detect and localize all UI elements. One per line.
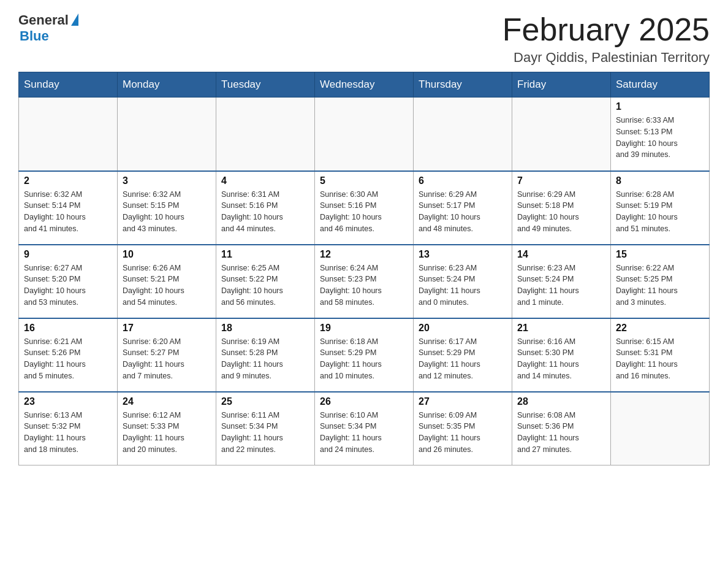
day-number: 21 — [517, 323, 605, 334]
calendar-cell: 2Sunrise: 6:32 AM Sunset: 5:14 PM Daylig… — [19, 171, 118, 245]
day-info: Sunrise: 6:23 AM Sunset: 5:24 PM Dayligh… — [419, 262, 507, 308]
day-number: 20 — [419, 323, 507, 334]
month-title: February 2025 — [502, 12, 710, 47]
col-thursday: Thursday — [414, 72, 512, 98]
day-number: 7 — [517, 175, 605, 186]
day-number: 5 — [320, 175, 408, 186]
calendar-cell: 14Sunrise: 6:23 AM Sunset: 5:24 PM Dayli… — [512, 245, 611, 318]
col-wednesday: Wednesday — [315, 72, 414, 98]
day-info: Sunrise: 6:28 AM Sunset: 5:19 PM Dayligh… — [616, 189, 704, 235]
day-info: Sunrise: 6:10 AM Sunset: 5:34 PM Dayligh… — [320, 410, 408, 456]
day-number: 13 — [419, 249, 507, 260]
calendar-cell — [315, 98, 414, 171]
calendar-cell: 12Sunrise: 6:24 AM Sunset: 5:23 PM Dayli… — [315, 245, 414, 318]
day-number: 18 — [221, 323, 309, 334]
day-info: Sunrise: 6:11 AM Sunset: 5:34 PM Dayligh… — [221, 410, 309, 456]
logo-blue: Blue — [20, 28, 78, 44]
calendar-cell: 3Sunrise: 6:32 AM Sunset: 5:15 PM Daylig… — [118, 171, 216, 245]
day-info: Sunrise: 6:31 AM Sunset: 5:16 PM Dayligh… — [221, 189, 309, 235]
day-number: 23 — [24, 396, 112, 407]
day-info: Sunrise: 6:13 AM Sunset: 5:32 PM Dayligh… — [24, 410, 112, 456]
day-info: Sunrise: 6:25 AM Sunset: 5:22 PM Dayligh… — [221, 262, 309, 308]
calendar-cell: 11Sunrise: 6:25 AM Sunset: 5:22 PM Dayli… — [216, 245, 315, 318]
day-info: Sunrise: 6:33 AM Sunset: 5:13 PM Dayligh… — [616, 115, 704, 161]
calendar-cell: 20Sunrise: 6:17 AM Sunset: 5:29 PM Dayli… — [414, 318, 512, 392]
calendar-cell: 9Sunrise: 6:27 AM Sunset: 5:20 PM Daylig… — [19, 245, 118, 318]
day-info: Sunrise: 6:19 AM Sunset: 5:28 PM Dayligh… — [221, 336, 309, 382]
calendar-cell: 27Sunrise: 6:09 AM Sunset: 5:35 PM Dayli… — [414, 392, 512, 465]
logo: General Blue — [18, 12, 78, 44]
calendar-cell: 26Sunrise: 6:10 AM Sunset: 5:34 PM Dayli… — [315, 392, 414, 465]
col-tuesday: Tuesday — [216, 72, 315, 98]
calendar-cell: 21Sunrise: 6:16 AM Sunset: 5:30 PM Dayli… — [512, 318, 611, 392]
calendar-table: Sunday Monday Tuesday Wednesday Thursday… — [18, 72, 710, 465]
day-info: Sunrise: 6:27 AM Sunset: 5:20 PM Dayligh… — [24, 262, 112, 308]
calendar-cell — [414, 98, 512, 171]
week-row-4: 16Sunrise: 6:21 AM Sunset: 5:26 PM Dayli… — [19, 318, 710, 392]
day-number: 9 — [24, 249, 112, 260]
day-number: 12 — [320, 249, 408, 260]
calendar-cell: 18Sunrise: 6:19 AM Sunset: 5:28 PM Dayli… — [216, 318, 315, 392]
calendar-cell: 13Sunrise: 6:23 AM Sunset: 5:24 PM Dayli… — [414, 245, 512, 318]
calendar-cell: 6Sunrise: 6:29 AM Sunset: 5:17 PM Daylig… — [414, 171, 512, 245]
col-friday: Friday — [512, 72, 611, 98]
location-title: Dayr Qiddis, Palestinian Territory — [502, 50, 710, 66]
calendar-cell — [611, 392, 710, 465]
day-info: Sunrise: 6:17 AM Sunset: 5:29 PM Dayligh… — [419, 336, 507, 382]
calendar-cell: 8Sunrise: 6:28 AM Sunset: 5:19 PM Daylig… — [611, 171, 710, 245]
calendar-cell: 25Sunrise: 6:11 AM Sunset: 5:34 PM Dayli… — [216, 392, 315, 465]
calendar-cell: 4Sunrise: 6:31 AM Sunset: 5:16 PM Daylig… — [216, 171, 315, 245]
calendar-cell: 28Sunrise: 6:08 AM Sunset: 5:36 PM Dayli… — [512, 392, 611, 465]
day-info: Sunrise: 6:30 AM Sunset: 5:16 PM Dayligh… — [320, 189, 408, 235]
day-number: 6 — [419, 175, 507, 186]
day-number: 19 — [320, 323, 408, 334]
calendar-cell: 16Sunrise: 6:21 AM Sunset: 5:26 PM Dayli… — [19, 318, 118, 392]
day-info: Sunrise: 6:09 AM Sunset: 5:35 PM Dayligh… — [419, 410, 507, 456]
day-number: 27 — [419, 396, 507, 407]
day-number: 22 — [616, 323, 704, 334]
calendar-cell — [512, 98, 611, 171]
calendar-cell — [216, 98, 315, 171]
calendar-cell — [118, 98, 216, 171]
day-info: Sunrise: 6:18 AM Sunset: 5:29 PM Dayligh… — [320, 336, 408, 382]
day-number: 14 — [517, 249, 605, 260]
day-number: 11 — [221, 249, 309, 260]
day-info: Sunrise: 6:32 AM Sunset: 5:14 PM Dayligh… — [24, 189, 112, 235]
title-section: February 2025 Dayr Qiddis, Palestinian T… — [502, 12, 710, 66]
day-info: Sunrise: 6:24 AM Sunset: 5:23 PM Dayligh… — [320, 262, 408, 308]
page-header: General Blue February 2025 Dayr Qiddis, … — [18, 12, 710, 66]
col-saturday: Saturday — [611, 72, 710, 98]
col-sunday: Sunday — [19, 72, 118, 98]
week-row-3: 9Sunrise: 6:27 AM Sunset: 5:20 PM Daylig… — [19, 245, 710, 318]
day-number: 24 — [123, 396, 211, 407]
calendar-cell: 24Sunrise: 6:12 AM Sunset: 5:33 PM Dayli… — [118, 392, 216, 465]
day-info: Sunrise: 6:23 AM Sunset: 5:24 PM Dayligh… — [517, 262, 605, 308]
day-info: Sunrise: 6:16 AM Sunset: 5:30 PM Dayligh… — [517, 336, 605, 382]
day-info: Sunrise: 6:29 AM Sunset: 5:18 PM Dayligh… — [517, 189, 605, 235]
day-number: 4 — [221, 175, 309, 186]
day-info: Sunrise: 6:26 AM Sunset: 5:21 PM Dayligh… — [123, 262, 211, 308]
logo-general: General — [18, 12, 69, 28]
calendar-cell: 10Sunrise: 6:26 AM Sunset: 5:21 PM Dayli… — [118, 245, 216, 318]
week-row-5: 23Sunrise: 6:13 AM Sunset: 5:32 PM Dayli… — [19, 392, 710, 465]
col-monday: Monday — [118, 72, 216, 98]
day-number: 2 — [24, 175, 112, 186]
calendar-cell: 23Sunrise: 6:13 AM Sunset: 5:32 PM Dayli… — [19, 392, 118, 465]
day-info: Sunrise: 6:12 AM Sunset: 5:33 PM Dayligh… — [123, 410, 211, 456]
day-number: 1 — [616, 101, 704, 112]
day-info: Sunrise: 6:22 AM Sunset: 5:25 PM Dayligh… — [616, 262, 704, 308]
day-number: 26 — [320, 396, 408, 407]
day-number: 8 — [616, 175, 704, 186]
calendar-cell: 5Sunrise: 6:30 AM Sunset: 5:16 PM Daylig… — [315, 171, 414, 245]
day-info: Sunrise: 6:21 AM Sunset: 5:26 PM Dayligh… — [24, 336, 112, 382]
day-info: Sunrise: 6:29 AM Sunset: 5:17 PM Dayligh… — [419, 189, 507, 235]
day-number: 3 — [123, 175, 211, 186]
day-number: 15 — [616, 249, 704, 260]
day-info: Sunrise: 6:32 AM Sunset: 5:15 PM Dayligh… — [123, 189, 211, 235]
day-number: 10 — [123, 249, 211, 260]
calendar-cell: 19Sunrise: 6:18 AM Sunset: 5:29 PM Dayli… — [315, 318, 414, 392]
calendar-cell: 17Sunrise: 6:20 AM Sunset: 5:27 PM Dayli… — [118, 318, 216, 392]
calendar-cell: 15Sunrise: 6:22 AM Sunset: 5:25 PM Dayli… — [611, 245, 710, 318]
week-row-2: 2Sunrise: 6:32 AM Sunset: 5:14 PM Daylig… — [19, 171, 710, 245]
calendar-cell: 22Sunrise: 6:15 AM Sunset: 5:31 PM Dayli… — [611, 318, 710, 392]
